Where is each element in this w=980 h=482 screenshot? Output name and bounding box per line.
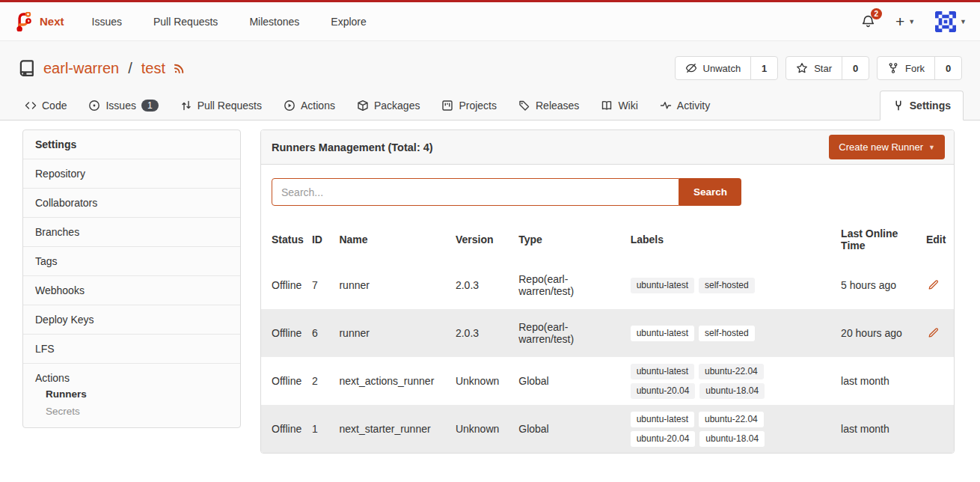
tab-wiki[interactable]: Wiki	[592, 91, 646, 120]
sidebar-item-deploy-keys[interactable]: Deploy Keys	[23, 305, 240, 335]
sidebar-header-settings: Settings	[23, 130, 240, 159]
fork-button[interactable]: Fork 0	[877, 56, 962, 80]
cell-edit	[926, 261, 954, 309]
star-button[interactable]: Star 0	[785, 56, 869, 80]
nav-link-explore[interactable]: Explore	[315, 16, 382, 28]
col-id: ID	[312, 218, 340, 261]
rss-feed-icon[interactable]	[173, 61, 186, 75]
nav-link-issues[interactable]: Issues	[76, 16, 138, 28]
label-chip: ubuntu-20.04	[631, 383, 696, 399]
label-chip: ubuntu-latest	[631, 364, 694, 379]
sidebar-item-lfs[interactable]: LFS	[23, 335, 240, 364]
search-input[interactable]	[272, 178, 679, 206]
cell-id: 6	[312, 309, 340, 357]
tab-label: Code	[42, 100, 67, 112]
primary-nav: Issues Pull Requests Milestones Explore	[76, 16, 382, 28]
cell-name: runner	[339, 309, 455, 357]
tab-releases[interactable]: Releases	[510, 91, 587, 120]
forks-count[interactable]: 0	[934, 57, 961, 79]
avatar	[935, 11, 956, 32]
identicon-image	[935, 11, 956, 32]
sidebar-item-branches[interactable]: Branches	[23, 218, 240, 247]
panel-title: Runners Management (Total: 4)	[272, 141, 433, 153]
repo-book-icon	[18, 59, 36, 77]
tab-issues[interactable]: Issues 1	[80, 91, 166, 120]
runner-search-form: Search	[261, 165, 954, 215]
tab-label: Releases	[536, 100, 579, 112]
sidebar-subitem-runners[interactable]: Runners	[35, 384, 228, 401]
cell-name: runner	[339, 261, 455, 309]
edit-runner-button[interactable]	[926, 326, 940, 340]
sidebar-item-tags[interactable]: Tags	[23, 247, 240, 276]
col-type: Type	[518, 218, 630, 261]
edit-runner-button[interactable]	[926, 278, 940, 292]
nav-link-pull-requests[interactable]: Pull Requests	[138, 16, 233, 28]
project-board-icon	[441, 100, 453, 112]
user-menu-button[interactable]: ▼	[935, 11, 967, 32]
cell-last-online: 20 hours ago	[841, 309, 926, 357]
cell-labels: ubuntu-latest self-hosted	[631, 261, 841, 309]
tab-code[interactable]: Code	[16, 91, 75, 120]
tag-icon	[518, 100, 530, 112]
sidebar-item-repository[interactable]: Repository	[23, 159, 240, 189]
tab-packages[interactable]: Packages	[349, 91, 428, 120]
pencil-icon	[928, 279, 939, 290]
sidebar-subitem-secrets[interactable]: Secrets	[35, 401, 228, 418]
runners-table: Status ID Name Version Type Labels Last …	[261, 218, 954, 453]
nav-link-milestones[interactable]: Milestones	[233, 16, 315, 28]
play-circle-icon	[284, 100, 295, 112]
cell-status: Offline	[261, 357, 312, 405]
forgejo-logo-home-link[interactable]: Next	[13, 12, 64, 31]
repo-action-buttons: Unwatch 1 Star 0	[675, 56, 962, 80]
cell-last-online: last month	[841, 405, 926, 453]
create-new-runner-button[interactable]: Create new Runner ▼	[829, 135, 945, 159]
cell-id: 1	[312, 405, 340, 453]
stars-count[interactable]: 0	[842, 57, 869, 79]
tab-activity[interactable]: Activity	[652, 91, 718, 120]
sidebar-item-webhooks[interactable]: Webhooks	[23, 276, 240, 305]
tab-actions[interactable]: Actions	[275, 91, 343, 120]
search-button[interactable]: Search	[679, 178, 741, 206]
create-new-dropdown-button[interactable]: + ▼	[895, 13, 915, 29]
watchers-count[interactable]: 1	[750, 57, 777, 79]
table-row: Offline 7 runner 2.0.3 Repo(earl-warren/…	[261, 261, 954, 309]
tab-label: Pull Requests	[197, 100, 262, 112]
repo-tabs: Code Issues 1 Pull Requests Actions Pack…	[0, 91, 980, 120]
cell-last-online: last month	[841, 357, 926, 405]
tab-projects[interactable]: Projects	[433, 91, 505, 120]
tab-label: Packages	[374, 100, 420, 112]
label-chip: ubuntu-20.04	[631, 431, 696, 447]
label-chip: ubuntu-18.04	[699, 431, 765, 447]
label-chip: ubuntu-latest	[631, 278, 694, 293]
cell-edit	[926, 309, 954, 357]
tab-label: Projects	[459, 100, 497, 112]
tab-pull-requests[interactable]: Pull Requests	[172, 91, 270, 120]
top-navbar: Next Issues Pull Requests Milestones Exp…	[0, 2, 980, 41]
tools-icon	[892, 100, 904, 112]
cell-name: next_starter_runner	[339, 405, 455, 453]
pulse-icon	[660, 100, 672, 112]
create-new-runner-label: Create new Runner	[839, 141, 923, 153]
cell-status: Offline	[261, 309, 312, 357]
pencil-icon	[928, 327, 939, 338]
cell-edit	[926, 357, 954, 405]
sidebar-item-collaborators[interactable]: Collaborators	[23, 189, 240, 218]
label-chip: ubuntu-latest	[631, 412, 694, 427]
col-last-online-time: Last Online Time	[841, 218, 926, 261]
issue-opened-icon	[88, 100, 100, 112]
unwatch-button[interactable]: Unwatch 1	[675, 56, 779, 80]
unwatch-label: Unwatch	[703, 63, 741, 74]
repo-header-section: earl-warren / test Unwatch 1	[0, 41, 980, 120]
cell-labels: ubuntu-latest ubuntu-22.04 ubuntu-20.04 …	[631, 357, 841, 405]
col-name: Name	[339, 218, 455, 261]
notifications-button[interactable]: 2	[861, 14, 875, 28]
cell-labels: ubuntu-latest ubuntu-22.04 ubuntu-20.04 …	[631, 405, 841, 453]
tab-label: Activity	[677, 100, 710, 112]
sidebar-item-actions[interactable]: Actions	[35, 372, 228, 384]
tab-settings[interactable]: Settings	[880, 91, 964, 120]
repo-owner-link[interactable]: earl-warren	[43, 60, 119, 77]
pull-request-icon	[180, 100, 192, 112]
cell-name: next_actions_runner	[339, 357, 455, 405]
repo-name-link[interactable]: test	[141, 60, 165, 77]
sidebar-group-actions: Actions Runners Secrets	[23, 364, 240, 427]
